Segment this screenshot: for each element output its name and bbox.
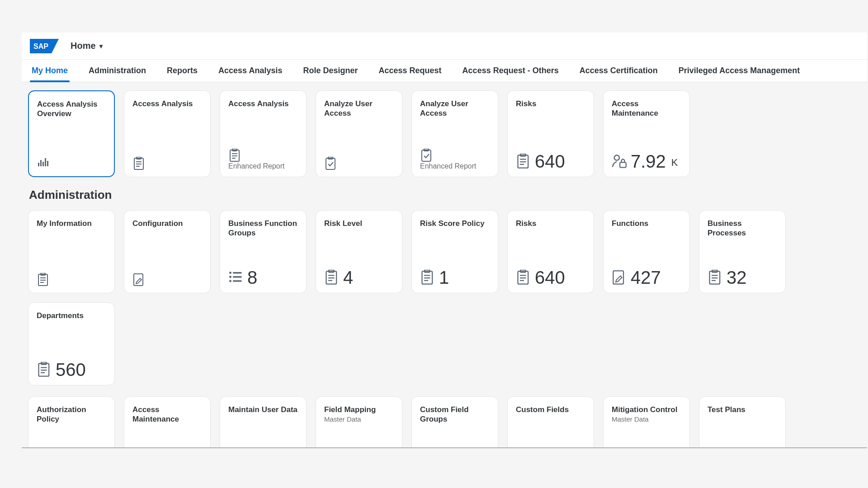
tile-value: 8 xyxy=(247,268,257,286)
clipboard-list-icon xyxy=(37,273,50,286)
tab-label: Reports xyxy=(167,66,198,75)
section-title-administration: Administration xyxy=(29,188,862,202)
tile-departments[interactable]: Departments560 xyxy=(28,302,115,385)
tile-title: Departments xyxy=(37,311,106,320)
tile-analyze-user-access[interactable]: Analyze User AccessEnhanced Report xyxy=(411,90,498,177)
tile-title: Analyze User Access xyxy=(420,99,490,118)
tab-access-request[interactable]: Access Request xyxy=(377,66,443,82)
tile-business-function-groups[interactable]: Business Function Groups8 xyxy=(220,210,307,293)
tile-value: 640 xyxy=(535,152,565,170)
tile-risks[interactable]: Risks640 xyxy=(507,90,594,177)
tab-label: Access Certification xyxy=(580,66,658,75)
clipboard-list-icon xyxy=(228,149,242,162)
tile-title: Risks xyxy=(516,99,585,108)
tile-title: Custom Field Groups xyxy=(420,405,490,424)
tile-title: Access Maintenance xyxy=(612,99,681,118)
tab-access-request-others[interactable]: Access Request - Others xyxy=(461,66,561,82)
tab-my-home[interactable]: My Home xyxy=(30,66,70,82)
tab-administration[interactable]: Administration xyxy=(87,66,148,82)
tile-custom-field-groups[interactable]: Custom Field Groups2 xyxy=(411,396,498,448)
tile-title: Access Analysis Overview xyxy=(37,99,106,119)
tile-risk-level[interactable]: Risk Level4 xyxy=(316,210,402,293)
tile-analyze-user-access[interactable]: Analyze User Access xyxy=(316,90,402,177)
tile-title: Field Mapping xyxy=(324,405,394,414)
tile-access-analysis[interactable]: Access Analysis xyxy=(124,90,211,177)
tab-access-analysis[interactable]: Access Analysis xyxy=(217,66,284,82)
tile-subtitle: Master Data xyxy=(612,415,681,423)
home-dropdown[interactable]: Home ▾ xyxy=(71,41,103,51)
home-label: Home xyxy=(71,41,96,51)
tile-business-processes[interactable]: Business Processes32 xyxy=(699,210,786,293)
tile-value: 1 xyxy=(439,268,449,286)
tab-label: Access Request xyxy=(379,66,442,75)
nav-tabs: My Home Administration Reports Access An… xyxy=(22,60,867,82)
shellbar: SAP Home ▾ xyxy=(22,33,867,60)
tile-title: Configuration xyxy=(132,219,202,228)
top-tile-row: Access Analysis OverviewAccess AnalysisA… xyxy=(27,90,862,177)
tile-configuration[interactable]: Configuration xyxy=(124,210,211,293)
tile-risk-score-policy[interactable]: Risk Score Policy1 xyxy=(411,210,498,293)
tile-title: Analyze User Access xyxy=(324,99,394,118)
tile-title: Mitigation Control xyxy=(612,405,681,414)
chevron-down-icon: ▾ xyxy=(99,42,103,50)
tab-role-designer[interactable]: Role Designer xyxy=(301,66,359,82)
tile-field-mapping[interactable]: Field MappingMaster Data xyxy=(316,396,402,448)
tab-access-certification[interactable]: Access Certification xyxy=(578,66,660,82)
tile-value: 7.92 xyxy=(631,152,666,170)
tile-title: Authorization Policy xyxy=(37,405,106,424)
tile-subtitle: Master Data xyxy=(324,415,394,423)
tile-footer: Enhanced Report xyxy=(228,162,298,170)
tile-functions[interactable]: Functions427 xyxy=(603,210,690,293)
clipboard-list-icon xyxy=(132,157,146,170)
tile-value: 640 xyxy=(535,268,565,286)
clipboard-check-icon xyxy=(420,149,434,162)
tile-authorization-policy[interactable]: Authorization Policy xyxy=(28,396,115,448)
sap-logo: SAP xyxy=(30,39,59,53)
tab-label: My Home xyxy=(32,66,68,75)
tab-label: Administration xyxy=(89,66,146,75)
tile-access-maintenance[interactable]: Access Maintenance7.92K xyxy=(603,90,690,177)
tile-title: Business Function Groups xyxy=(228,219,298,238)
tile-footer: Enhanced Report xyxy=(420,162,490,170)
tile-title: My Information xyxy=(37,219,106,228)
bottom-divider xyxy=(22,447,867,448)
tile-access-analysis-overview[interactable]: Access Analysis Overview xyxy=(28,90,115,177)
clipboard-list-icon xyxy=(516,270,531,285)
tile-title: Test Plans xyxy=(708,405,777,414)
tile-title: Risk Score Policy xyxy=(420,219,490,228)
bar-chart-icon xyxy=(37,156,51,170)
user-lock-icon xyxy=(612,154,627,169)
tile-value: 4 xyxy=(343,268,353,286)
doc-edit-icon xyxy=(132,273,146,286)
tile-maintain-user-data[interactable]: Maintain User Data17.2K xyxy=(220,396,307,448)
tile-title: Business Processes xyxy=(708,219,777,238)
tile-unit: K xyxy=(671,157,678,169)
clipboard-list-icon xyxy=(420,270,435,285)
tile-title: Risks xyxy=(516,219,585,228)
tile-title: Access Analysis xyxy=(132,99,202,108)
tile-value: 32 xyxy=(726,268,747,286)
tile-title: Risk Level xyxy=(324,219,394,228)
list-icon xyxy=(228,270,244,285)
tile-test-plans[interactable]: Test Plans60 xyxy=(699,396,786,448)
tab-reports[interactable]: Reports xyxy=(165,66,199,82)
clipboard-check-icon xyxy=(324,157,338,170)
tile-mitigation-control[interactable]: Mitigation ControlMaster Data5 xyxy=(603,396,690,448)
tile-custom-fields[interactable]: Custom Fields6 xyxy=(507,396,594,448)
tile-access-analysis[interactable]: Access AnalysisEnhanced Report xyxy=(220,90,307,177)
tile-my-information[interactable]: My Information xyxy=(28,210,115,293)
clipboard-list-icon xyxy=(516,154,531,169)
tab-label: Access Analysis xyxy=(218,66,282,75)
tile-title: Access Analysis xyxy=(228,99,298,108)
svg-text:SAP: SAP xyxy=(33,42,48,50)
admin-tile-row-2: Authorization PolicyAccess Maintenance7.… xyxy=(27,396,862,448)
tab-label: Role Designer xyxy=(303,66,358,75)
clipboard-list-icon xyxy=(708,270,723,285)
tile-risks[interactable]: Risks640 xyxy=(507,210,594,293)
tile-value: 560 xyxy=(56,361,86,379)
tab-privileged-access-management[interactable]: Privileged Access Management xyxy=(677,66,802,82)
tab-label: Access Request - Others xyxy=(462,66,559,75)
tile-access-maintenance[interactable]: Access Maintenance7.92K xyxy=(124,396,211,448)
admin-tile-row-1: My InformationConfigurationBusiness Func… xyxy=(27,210,862,385)
tile-title: Maintain User Data xyxy=(228,405,298,414)
